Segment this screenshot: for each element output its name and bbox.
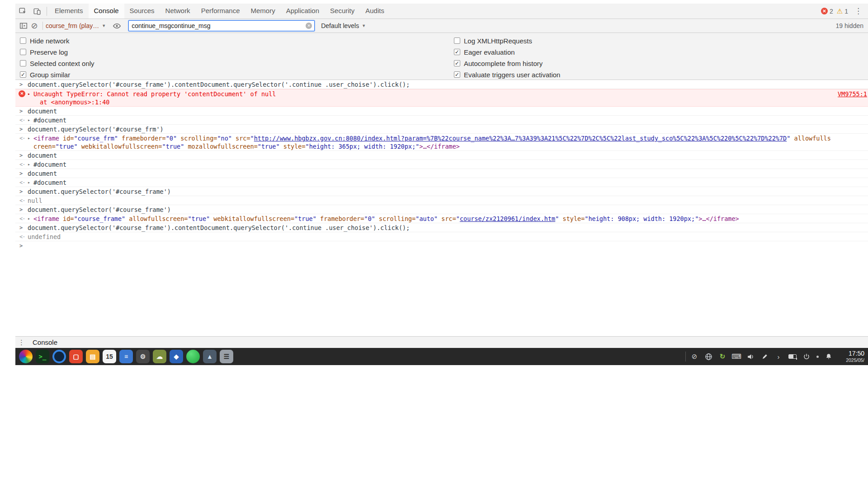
console-row: <·▸#document (15, 160, 868, 169)
setting-label: Group similar (30, 71, 70, 79)
checkbox-icon[interactable] (20, 60, 26, 66)
console-link[interactable]: http://www.hbgbzx.gov.cn:8080/index.html… (254, 135, 787, 142)
chevron-down-icon: ▼ (102, 23, 106, 28)
drawer-menu-icon[interactable]: ⋮ (15, 338, 28, 347)
tab-application[interactable]: Application (281, 4, 325, 19)
setting-hide-network[interactable]: Hide network (20, 37, 94, 44)
indicator-dot-icon[interactable] (816, 356, 819, 358)
row-marker-icon: > (19, 224, 28, 232)
volume-icon[interactable] (746, 352, 755, 361)
settings-right-column: Log XMLHttpRequests✓Eager evaluation✓Aut… (454, 37, 560, 78)
console-sidebar-toggle-icon[interactable] (18, 20, 29, 31)
live-expression-eye-icon[interactable] (111, 20, 122, 31)
text-segment: "0" (364, 215, 379, 222)
row-marker-icon: > (19, 125, 28, 133)
text-segment: webkitallowfullscreen= (213, 215, 294, 222)
launcher-icon[interactable] (19, 350, 33, 363)
expand-triangle-icon[interactable]: ▸ (28, 116, 33, 124)
photos-app-icon[interactable]: ▲ (203, 350, 217, 363)
console-drawer: ⋮ Console (15, 336, 868, 348)
notifications-bell-icon[interactable] (825, 352, 833, 361)
archive-app-icon[interactable]: ≡ (119, 350, 133, 363)
tab-audits[interactable]: Audits (360, 4, 390, 19)
browser-app-icon[interactable] (52, 350, 66, 363)
text-segment: >… (698, 215, 706, 222)
checkbox-icon[interactable]: ✓ (454, 49, 460, 55)
text-segment: document.querySelector('#course_frame').… (28, 81, 410, 88)
divider (685, 352, 686, 361)
log-levels-dropdown[interactable]: Default levels ▼ (321, 22, 366, 29)
files-app-icon[interactable]: ▤ (86, 350, 99, 363)
checkbox-icon[interactable] (20, 38, 26, 44)
settings-app-icon[interactable]: ⚙ (136, 350, 150, 363)
console-link[interactable]: course/zx2120961/index.htm (460, 215, 555, 222)
clear-console-icon[interactable]: ⊘ (29, 20, 40, 31)
execution-context-selector[interactable]: course_frm (play… ▼ (46, 22, 106, 29)
console-row: <·▸<iframe id="course_frm" frameborder="… (15, 134, 868, 151)
setting-eager-evaluation[interactable]: ✓Eager evaluation (454, 48, 560, 56)
text-segment: " (787, 135, 794, 142)
text-segment: webkitallowfullscreen= (81, 143, 162, 150)
row-marker-icon: <· (19, 116, 28, 124)
taskbar-apps: >_▢▤15≡⚙☁◆▲☰ (19, 350, 233, 363)
checkbox-icon[interactable] (454, 38, 460, 44)
power-icon[interactable] (802, 352, 811, 361)
setting-autocomplete-from-history[interactable]: ✓Autocomplete from history (454, 60, 560, 67)
status-slash-icon[interactable]: ⊘ (690, 352, 698, 361)
device-toolbar-icon[interactable] (32, 6, 42, 17)
setting-preserve-log[interactable]: Preserve log (20, 48, 94, 56)
console-log[interactable]: >document.querySelector('#course_frame')… (15, 80, 868, 336)
setting-selected-context-only[interactable]: Selected context only (20, 60, 94, 67)
checkbox-icon[interactable]: ✓ (454, 60, 460, 66)
globe-icon[interactable] (704, 352, 712, 361)
log-levels-label: Default levels (321, 22, 359, 29)
tab-elements[interactable]: Elements (49, 4, 89, 19)
tab-network[interactable]: Network (160, 4, 196, 19)
divider (47, 7, 47, 16)
dock-app-icon[interactable]: ◆ (170, 350, 183, 363)
tab-memory[interactable]: Memory (245, 4, 281, 19)
text-segment: document (28, 152, 57, 159)
console-filter-input[interactable] (128, 20, 315, 31)
expand-triangle-icon[interactable]: ▸ (28, 178, 33, 187)
taskbar-clock[interactable]: 17:50 2025/05/ (837, 350, 864, 363)
messenger-app-icon[interactable] (186, 350, 200, 363)
console-toolbar: ⊘ course_frm (play… ▼ ✕ Default levels ▼ (15, 19, 868, 33)
setting-group-similar[interactable]: ✓Group similar (20, 71, 94, 78)
keyboard-icon[interactable]: ⌨ (732, 352, 741, 361)
inspect-element-icon[interactable] (17, 6, 28, 17)
stylus-icon[interactable] (760, 352, 769, 361)
console-row: >document (15, 151, 868, 160)
expand-triangle-icon[interactable]: ▸ (28, 134, 33, 142)
drawer-tab-console[interactable]: Console (28, 338, 62, 346)
error-icon: ✕ (19, 90, 25, 97)
error-source-link[interactable]: VM9755:1 (838, 90, 867, 98)
checkbox-icon[interactable]: ✓ (20, 71, 26, 78)
terminal-app-icon[interactable]: >_ (36, 350, 49, 363)
expand-triangle-icon[interactable]: ▸ (28, 90, 33, 98)
sync-icon[interactable]: ↻ (718, 352, 726, 361)
tab-security[interactable]: Security (325, 4, 360, 19)
text-segment: undefined (28, 233, 61, 240)
checkbox-icon[interactable] (20, 49, 26, 55)
expand-triangle-icon[interactable]: ▸ (28, 160, 33, 169)
chevron-right-icon[interactable]: › (774, 352, 783, 361)
tab-performance[interactable]: Performance (196, 4, 245, 19)
terminal2-app-icon[interactable]: ☰ (220, 350, 233, 363)
tab-sources[interactable]: Sources (124, 4, 160, 19)
checkbox-icon[interactable]: ✓ (454, 71, 460, 78)
setting-evaluate-triggers-user-activation[interactable]: ✓Evaluate triggers user activation (454, 71, 560, 78)
error-count-badge[interactable]: ✕ 2 (821, 8, 833, 15)
setting-log-xmlhttprequests[interactable]: Log XMLHttpRequests (454, 37, 560, 44)
devtools-menu-icon[interactable]: ⋮ (852, 6, 865, 16)
warning-count-badge[interactable]: ⚠ 1 (837, 8, 848, 15)
expand-triangle-icon[interactable]: ▸ (28, 215, 33, 223)
console-row: <·null (15, 196, 868, 205)
text-segment: style= (283, 143, 306, 150)
appstore-app-icon[interactable]: ▢ (69, 350, 83, 363)
cloud-app-icon[interactable]: ☁ (153, 350, 166, 363)
calendar-app-icon[interactable]: 15 (103, 350, 116, 363)
tab-console[interactable]: Console (89, 4, 124, 19)
battery-icon[interactable] (788, 354, 797, 359)
console-row: >document.querySelector('#course_frame') (15, 205, 868, 214)
